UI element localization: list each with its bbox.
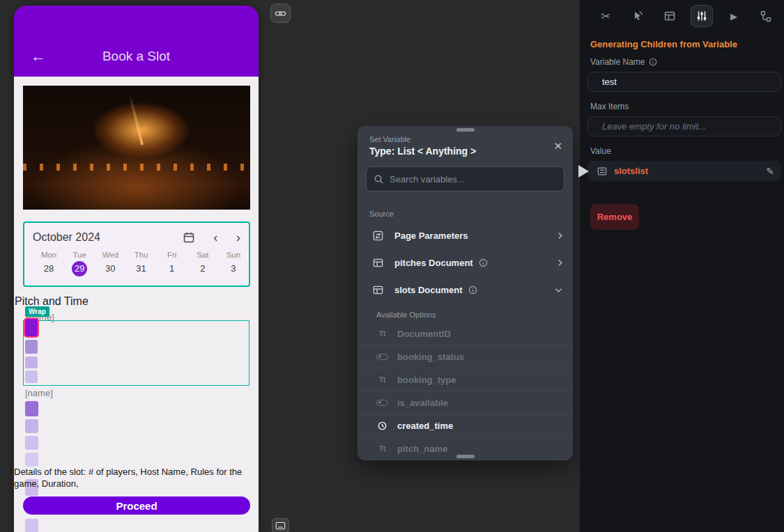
appbar: ← Book a Slot [14,6,259,77]
panel-tab-interactions[interactable] [627,5,649,27]
max-items-input[interactable] [587,116,781,136]
table-icon [663,10,676,22]
document-collection-icon [372,257,385,269]
search-icon [374,174,384,185]
text-type-icon: Tt [376,444,388,453]
panel-tab-run[interactable]: ▶ [723,5,745,27]
date-cell[interactable]: 1 [157,261,187,276]
dialog-kicker: Set Variable [369,135,410,143]
list-variable-icon [597,166,607,176]
date-cell[interactable]: 2 [187,261,218,276]
drag-handle[interactable] [456,455,475,458]
edit-pencil-icon[interactable]: ✎ [766,166,774,177]
toggle-icon [376,400,388,406]
panel-tab-bar: ✂ [580,0,784,32]
selected-list-widget[interactable] [23,320,249,386]
set-variable-dialog: Set Variable Type: List < Anything > ✕ S… [358,126,573,460]
date-cell[interactable]: 3 [218,261,249,276]
item-chip [25,370,38,383]
date-cell[interactable]: 31 [125,261,156,276]
drag-handle[interactable] [456,128,475,132]
link-tool-button[interactable] [270,3,291,23]
prev-month-chevron-icon[interactable]: ‹ [213,230,217,244]
remove-button[interactable]: Remove [590,204,639,230]
panel-tab-generator[interactable] [691,5,713,27]
clock-icon [376,421,388,431]
variable-name-label: Variable Name [590,57,657,67]
available-options-label: Available Options [376,311,436,319]
pointer-icon [631,10,644,22]
search-input[interactable] [390,174,557,185]
item-chip [25,453,38,467]
date-cell-selected[interactable]: 29 [64,261,95,276]
source-row-pitches-document[interactable]: pitches Document [358,249,573,276]
keyboard-toggle-button[interactable] [272,518,289,532]
selected-item-chip[interactable] [25,319,38,336]
link-icon [275,8,286,19]
calendar-widget[interactable]: October 2024 ‹ › Mo [23,221,250,287]
app-root: ← Book a Slot October 2024 [0,0,784,532]
item-chip [25,340,38,354]
tree-icon [760,10,772,22]
item-chip [25,419,38,433]
text-type-icon: Tt [376,329,388,338]
next-month-chevron-icon[interactable]: › [236,230,240,244]
scissors-icon: ✂ [601,9,610,24]
max-items-label: Max Items [590,102,629,111]
date-cell[interactable]: 30 [95,261,125,276]
proceed-button[interactable]: Proceed [23,496,250,515]
slot-details-text: Details of the slot: # of players, Host … [14,467,254,490]
dialog-title: Type: List < Anything > [369,146,476,157]
toggle-icon [376,354,388,360]
panel-heading: Generating Children from Variable [590,39,737,49]
panel-tab-data[interactable] [659,5,681,27]
name-placeholder-text: [name] [25,388,53,398]
chevron-right-icon [557,258,563,267]
page-parameters-icon [372,230,385,242]
keyboard-icon [275,522,286,530]
info-icon[interactable] [479,258,488,267]
source-row-page-parameters[interactable]: Page Parameters [358,222,573,249]
item-chip [25,519,38,532]
calendar-month-label: October 2024 [33,231,183,244]
variable-name-input[interactable] [587,72,781,92]
item-chip [25,436,38,450]
option-documentid[interactable]: Tt DocumentID [358,322,573,345]
option-created-time[interactable]: created_time [358,414,573,437]
phone-preview: ← Book a Slot October 2024 [14,6,259,532]
source-row-slots-document[interactable]: slots Document [358,276,573,304]
phone-body: October 2024 ‹ › Mo [14,77,259,532]
date-cell[interactable]: 28 [33,261,64,276]
item-chip [25,401,38,416]
value-field[interactable]: slotslist ✎ [587,161,781,181]
chevron-down-icon [554,287,563,293]
option-is-available[interactable]: is_available [358,391,573,414]
item-chip [25,357,38,368]
close-icon[interactable]: ✕ [553,140,562,152]
source-section-label: Source [369,210,394,218]
info-icon[interactable] [649,58,657,66]
play-icon: ▶ [730,11,737,22]
value-label: Value [590,146,611,156]
calendar-icon[interactable] [183,231,195,244]
callout-arrow [578,165,589,178]
calendar-day-names: Mon Tue Wed Thu Fri Sat Sun [24,251,249,259]
text-type-icon: Tt [376,375,388,384]
calendar-dates: 28 29 30 31 1 2 3 [24,261,249,276]
page-title: Book a Slot [14,49,259,64]
properties-panel: ✂ [580,0,784,532]
variable-search[interactable] [366,166,564,191]
option-booking-status[interactable]: booking_status [358,345,573,368]
info-icon[interactable] [468,285,477,295]
value-variable-name: slotslist [614,166,766,176]
panel-tab-tree[interactable] [755,5,777,27]
sliders-icon [695,10,708,22]
wrap-widget-badge[interactable]: Wrap [25,306,49,317]
panel-tab-cut[interactable]: ✂ [594,5,617,27]
document-collection-icon [372,284,385,296]
chevron-right-icon [557,231,563,240]
option-booking-type[interactable]: Tt booking_type [358,368,573,391]
hero-image[interactable] [23,86,250,210]
